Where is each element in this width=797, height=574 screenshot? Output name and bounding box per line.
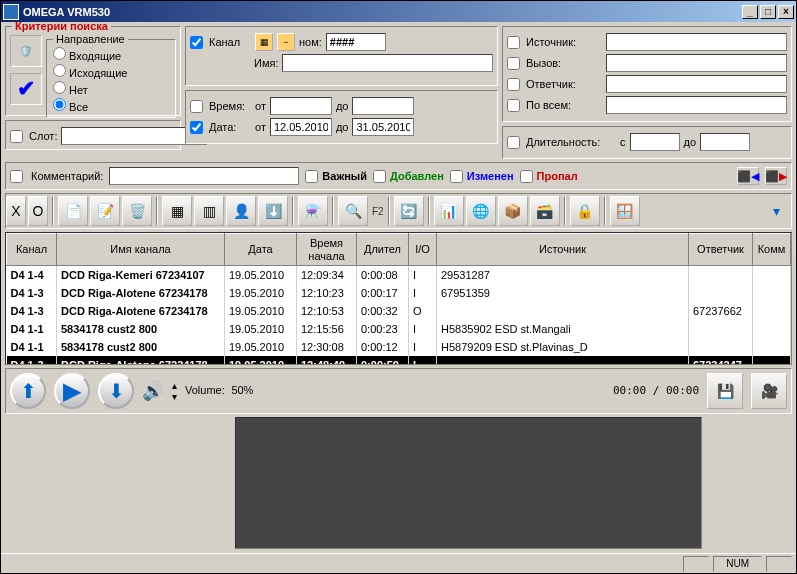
new-doc-icon[interactable]: 📄: [58, 196, 88, 226]
lock-icon[interactable]: 🔒: [570, 196, 600, 226]
cell: I: [409, 320, 437, 338]
window-icon[interactable]: 🪟: [610, 196, 640, 226]
monitor-icon[interactable]: 📊: [434, 196, 464, 226]
answerer-input[interactable]: [606, 75, 787, 93]
package-icon[interactable]: 📦: [498, 196, 528, 226]
table-row[interactable]: D4 1-15834178 cust2 80019.05.201012:15:5…: [7, 320, 791, 338]
comment-bar: Комментарий: Важный Добавлен Изменен Про…: [5, 162, 792, 190]
grid-icon[interactable]: ▦: [162, 196, 192, 226]
col-header[interactable]: Длител: [357, 234, 409, 266]
important-check[interactable]: [305, 170, 318, 183]
download-icon[interactable]: ⬇️: [258, 196, 288, 226]
refresh-icon[interactable]: 🔄: [394, 196, 424, 226]
globe-icon[interactable]: 🌐: [466, 196, 496, 226]
next-button[interactable]: ⬇: [98, 373, 134, 409]
save-icon[interactable]: 💾: [707, 373, 743, 409]
prev-button[interactable]: ⬆: [10, 373, 46, 409]
channel-grid-button[interactable]: ▦: [255, 33, 273, 51]
time-from-input[interactable]: [270, 97, 332, 115]
table-row[interactable]: D4 1-3DCD Riga-Alotene 6723417819.05.201…: [7, 284, 791, 302]
o-button[interactable]: O: [28, 196, 48, 226]
view2-button[interactable]: ⬛▶: [765, 167, 787, 185]
columns-icon[interactable]: ▥: [194, 196, 224, 226]
col-header[interactable]: Имя канала: [57, 234, 225, 266]
boxes-icon[interactable]: 🗃️: [530, 196, 560, 226]
cell: [689, 284, 753, 302]
added-check[interactable]: [373, 170, 386, 183]
slot-check[interactable]: [10, 130, 23, 143]
close-button[interactable]: ×: [778, 5, 794, 19]
col-header[interactable]: Канал: [7, 234, 57, 266]
play-button[interactable]: ▶: [54, 373, 90, 409]
date-to-input[interactable]: [352, 118, 414, 136]
col-header[interactable]: Источник: [437, 234, 689, 266]
channel-minus-button[interactable]: −: [277, 33, 295, 51]
duration-check[interactable]: [507, 136, 520, 149]
call-check[interactable]: [507, 57, 520, 70]
duration-from-input[interactable]: [630, 133, 680, 151]
table-row[interactable]: D4 1-3DCD Riga-Alotene 6723417819.05.201…: [7, 356, 791, 365]
all-check[interactable]: [507, 99, 520, 112]
cell: 19.05.2010: [225, 266, 297, 284]
user-icon[interactable]: 👤: [226, 196, 256, 226]
maximize-button[interactable]: □: [760, 5, 776, 19]
channel-check[interactable]: [190, 36, 203, 49]
speaker-icon: 🔊: [142, 380, 164, 402]
x-button[interactable]: X: [6, 196, 26, 226]
duration-to-input[interactable]: [700, 133, 750, 151]
progress-track[interactable]: [235, 417, 702, 550]
col-header[interactable]: Дата: [225, 234, 297, 266]
source-input[interactable]: [606, 33, 787, 51]
col-header[interactable]: I/O: [409, 234, 437, 266]
time-to-label: до: [336, 100, 349, 112]
cell: 0:00:17: [357, 284, 409, 302]
col-header[interactable]: Ответчик: [689, 234, 753, 266]
cell: [753, 284, 791, 302]
direction-label: Направление: [53, 33, 128, 45]
search-icon[interactable]: 🔍: [338, 196, 368, 226]
table-row[interactable]: D4 1-3DCD Riga-Alotene 6723417819.05.201…: [7, 302, 791, 320]
time-to-input[interactable]: [352, 97, 414, 115]
name-label: Имя:: [254, 57, 278, 69]
date-check[interactable]: [190, 121, 203, 134]
radio-outgoing[interactable]: Исходящие: [53, 64, 169, 79]
cell: D4 1-3: [7, 356, 57, 365]
comment-check[interactable]: [10, 170, 23, 183]
video-icon[interactable]: 🎥: [751, 373, 787, 409]
minimize-button[interactable]: _: [742, 5, 758, 19]
col-header[interactable]: Время начала: [297, 234, 357, 266]
col-header[interactable]: Комм: [753, 234, 791, 266]
nom-input[interactable]: [326, 33, 386, 51]
filter-icon[interactable]: ⚗️: [298, 196, 328, 226]
call-input[interactable]: [606, 54, 787, 72]
apply-icon[interactable]: ✔: [10, 73, 42, 105]
radio-incoming[interactable]: Входящие: [53, 47, 169, 62]
changed-check[interactable]: [450, 170, 463, 183]
time-check[interactable]: [190, 100, 203, 113]
cell: 19.05.2010: [225, 356, 297, 365]
cell: 12:10:53: [297, 302, 357, 320]
lost-check[interactable]: [520, 170, 533, 183]
source-label: Источник:: [526, 36, 602, 48]
date-from-input[interactable]: [270, 118, 332, 136]
radio-all[interactable]: Все: [53, 98, 169, 113]
all-input[interactable]: [606, 96, 787, 114]
call-label: Вызов:: [526, 57, 602, 69]
cell: I: [409, 266, 437, 284]
name-input[interactable]: [282, 54, 493, 72]
window-title: OMEGA VRM530: [23, 6, 742, 18]
time-from-label: от: [255, 100, 266, 112]
table-row[interactable]: D4 1-4DCD Riga-Kemeri 6723410719.05.2010…: [7, 266, 791, 284]
answerer-check[interactable]: [507, 78, 520, 91]
table-row[interactable]: D4 1-15834178 cust2 80019.05.201012:30:0…: [7, 338, 791, 356]
radio-none[interactable]: Нет: [53, 81, 169, 96]
cell: D4 1-4: [7, 266, 57, 284]
expand-icon[interactable]: ▾: [761, 196, 791, 226]
cell: [689, 338, 753, 356]
delete-doc-icon[interactable]: 🗑️: [122, 196, 152, 226]
view1-button[interactable]: ⬛◀: [737, 167, 759, 185]
edit-doc-icon[interactable]: 📝: [90, 196, 120, 226]
records-grid: КаналИмя каналаДатаВремя началаДлителI/O…: [5, 232, 792, 365]
source-check[interactable]: [507, 36, 520, 49]
comment-input[interactable]: [109, 167, 299, 185]
